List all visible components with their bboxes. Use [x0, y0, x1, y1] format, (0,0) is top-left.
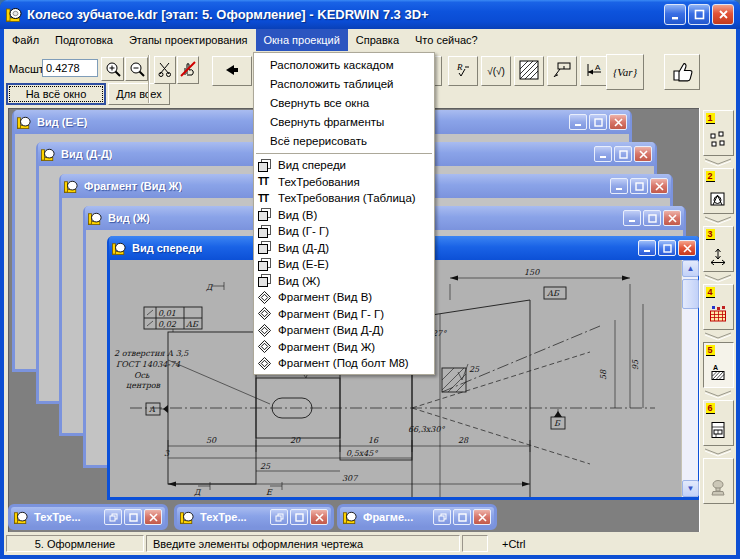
scroll-thumb[interactable]: [682, 279, 699, 309]
restore-button[interactable]: [433, 509, 451, 525]
menu-window-item-9[interactable]: Фрагмент (Вид Г- Г): [254, 306, 434, 323]
menu-window-item-8[interactable]: Фрагмент (Вид В): [254, 289, 434, 306]
minimize-button[interactable]: [569, 114, 587, 130]
right-toolbar-button-4[interactable]: 4: [703, 284, 734, 330]
menu-window-item-3[interactable]: Вид (В): [254, 207, 434, 224]
status-cell-empty: [462, 535, 488, 552]
maximize-button[interactable]: [688, 4, 710, 25]
scroll-up-button[interactable]: ▲: [682, 260, 699, 277]
close-button[interactable]: [678, 240, 696, 256]
minimized-window-fragment[interactable]: Фрагме...: [337, 504, 497, 530]
roughness-button[interactable]: √(√): [481, 56, 511, 86]
restore-button[interactable]: [270, 509, 288, 525]
menu-window-item-1[interactable]: TTТехТребования: [254, 174, 434, 191]
maximize-button[interactable]: [630, 178, 648, 194]
menu-window-item-10[interactable]: Фрагмент (Вид Д-Д): [254, 322, 434, 339]
minimize-button[interactable]: [623, 210, 641, 226]
apply-button[interactable]: [664, 54, 700, 90]
collapse-panel-button[interactable]: [212, 56, 252, 86]
leader-button[interactable]: [547, 56, 577, 86]
for-all-button[interactable]: Для всех: [108, 83, 170, 105]
variables-button[interactable]: {Var}: [606, 54, 644, 90]
pick-tool-button[interactable]: [154, 56, 176, 84]
maximize-button[interactable]: [658, 240, 676, 256]
menu-window-item-2[interactable]: TTТехТребования (Таблица): [254, 190, 434, 207]
maximize-button[interactable]: [614, 146, 632, 162]
maximize-button[interactable]: [290, 509, 308, 525]
scale-input[interactable]: [42, 59, 98, 77]
right-toolbar-button-5[interactable]: 5А: [703, 342, 734, 388]
right-toolbar-button-6[interactable]: 6: [703, 400, 734, 446]
zoom-out-button[interactable]: [125, 57, 148, 81]
panel-collapse-chevron[interactable]: [704, 214, 732, 226]
close-button[interactable]: [663, 210, 681, 226]
zoom-in-button[interactable]: [101, 57, 124, 81]
tech-requirements-icon: TT: [258, 193, 278, 204]
maximize-button[interactable]: [453, 509, 471, 525]
minimize-button[interactable]: [664, 4, 686, 25]
close-button[interactable]: [712, 4, 734, 25]
svg-text:А: А: [713, 364, 718, 371]
maximize-button[interactable]: [124, 509, 142, 525]
right-toolbar-button-2[interactable]: 2: [703, 168, 734, 214]
menu-whats-now[interactable]: Что сейчас?: [407, 29, 486, 51]
menu-item-label: Фрагмент (Вид Ж): [278, 341, 375, 353]
close-button[interactable]: [609, 114, 627, 130]
menu-command-4[interactable]: Всё перерисовать: [254, 131, 434, 150]
panel-collapse-chevron[interactable]: [704, 388, 732, 400]
menu-window-item-7[interactable]: Вид (Ж): [254, 273, 434, 290]
menu-command-3[interactable]: Свернуть фрагменты: [254, 112, 434, 131]
menu-window-item-4[interactable]: Вид (Г- Г): [254, 223, 434, 240]
close-button[interactable]: [144, 509, 162, 525]
menu-help[interactable]: Справка: [348, 29, 407, 51]
menu-command-0[interactable]: Расположить каскадом: [254, 55, 434, 74]
vertical-scrollbar[interactable]: ▲ ▼: [681, 260, 698, 497]
menu-window-item-0[interactable]: Вид спереди: [254, 157, 434, 174]
close-button[interactable]: [473, 509, 491, 525]
menu-file[interactable]: Файл: [4, 29, 47, 51]
fit-window-button[interactable]: На всё окно: [6, 83, 106, 105]
minimize-button[interactable]: [610, 178, 628, 194]
menu-command-1[interactable]: Расположить таблицей: [254, 74, 434, 93]
minimize-button[interactable]: [594, 146, 612, 162]
menu-window-item-11[interactable]: Фрагмент (Вид Ж): [254, 339, 434, 356]
right-toolbar-button-1[interactable]: 1: [703, 110, 734, 156]
close-button[interactable]: [634, 146, 652, 162]
maximize-button[interactable]: [643, 210, 661, 226]
status-stage: 5. Оформление: [6, 535, 144, 552]
drawing-label: 16: [368, 436, 379, 445]
close-button[interactable]: [650, 178, 668, 194]
panel-collapse-chevron[interactable]: [704, 156, 732, 168]
minimized-window-techtreb-2[interactable]: ТехТре...: [174, 504, 334, 530]
hatch-button[interactable]: [514, 56, 544, 86]
drawing-label: АБ: [186, 320, 199, 329]
menu-window-item-5[interactable]: Вид (Д-Д): [254, 240, 434, 257]
menu-window-item-12[interactable]: Фрагмент (Под болт М8): [254, 355, 434, 372]
drawing-label: 3: [164, 449, 170, 458]
status-message: Введите элементы оформления чертежа: [146, 535, 460, 552]
toolbar-separator: [148, 55, 150, 103]
menu-window-item-6[interactable]: Вид (Е-Е): [254, 256, 434, 273]
menu-design-stages[interactable]: Этапы проектирования: [121, 29, 256, 51]
restore-button[interactable]: [104, 509, 122, 525]
maximize-button[interactable]: [589, 114, 607, 130]
panel-collapse-chevron[interactable]: [704, 272, 732, 284]
menu-preparation[interactable]: Подготовка: [47, 29, 121, 51]
right-toolbar-button-3[interactable]: 3: [703, 226, 734, 272]
drawing-label: 0,01: [158, 309, 176, 318]
radius-check-button[interactable]: R: [448, 56, 478, 86]
minimized-window-techtreb-1[interactable]: ТехТре...: [8, 504, 168, 530]
menu-command-2[interactable]: Свернуть все окна: [254, 93, 434, 112]
menu-item-label: Вид (Ж): [278, 275, 320, 287]
pan-disable-button[interactable]: [177, 56, 199, 84]
table-icon: [709, 305, 727, 327]
menu-projection-windows[interactable]: Окна проекций: [256, 29, 348, 51]
minimize-button[interactable]: [638, 240, 656, 256]
tech-requirements-icon: TT: [258, 176, 278, 187]
close-button[interactable]: [310, 509, 328, 525]
scroll-down-button[interactable]: ▼: [682, 480, 699, 497]
panel-collapse-chevron[interactable]: [704, 446, 732, 458]
child-title: Фрагмент (Вид Ж): [84, 180, 182, 192]
panel-collapse-chevron[interactable]: [704, 330, 732, 342]
menubar: Файл Подготовка Этапы проектирования Окн…: [4, 29, 736, 51]
